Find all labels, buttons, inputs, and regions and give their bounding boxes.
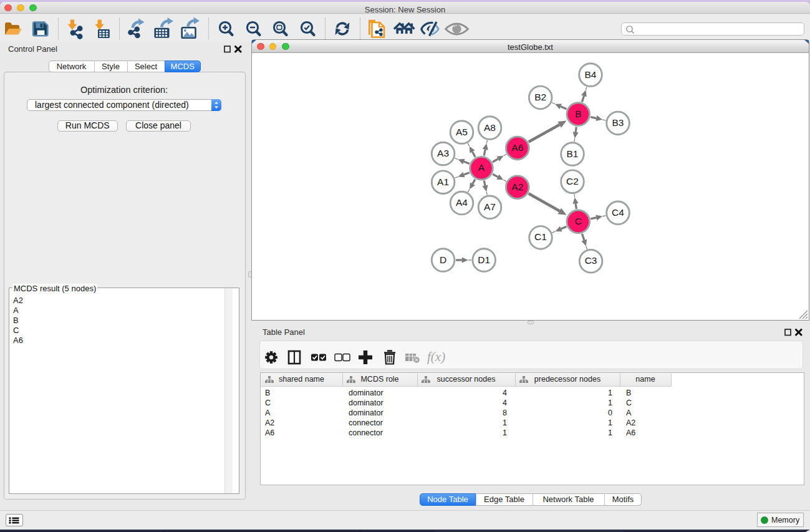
svg-text:D1: D1 (478, 254, 490, 265)
svg-text:A3: A3 (437, 148, 449, 158)
svg-text:A5: A5 (456, 127, 468, 137)
svg-text:A2: A2 (511, 181, 523, 192)
svg-text:A7: A7 (484, 201, 496, 212)
svg-text:C4: C4 (612, 207, 624, 218)
svg-text:A8: A8 (484, 122, 496, 133)
svg-text:D: D (440, 254, 446, 265)
svg-text:B4: B4 (585, 69, 597, 80)
svg-text:B2: B2 (534, 92, 546, 102)
svg-text:A6: A6 (511, 142, 523, 153)
svg-text:A: A (478, 162, 485, 173)
svg-text:C3: C3 (585, 255, 597, 266)
svg-text:B1: B1 (567, 148, 579, 159)
svg-text:C: C (575, 216, 582, 226)
svg-text:B: B (575, 109, 581, 119)
svg-text:A1: A1 (437, 177, 449, 187)
svg-text:C1: C1 (534, 231, 547, 242)
svg-text:B3: B3 (612, 117, 624, 128)
svg-text:A4: A4 (456, 197, 468, 208)
svg-text:C2: C2 (566, 176, 579, 186)
